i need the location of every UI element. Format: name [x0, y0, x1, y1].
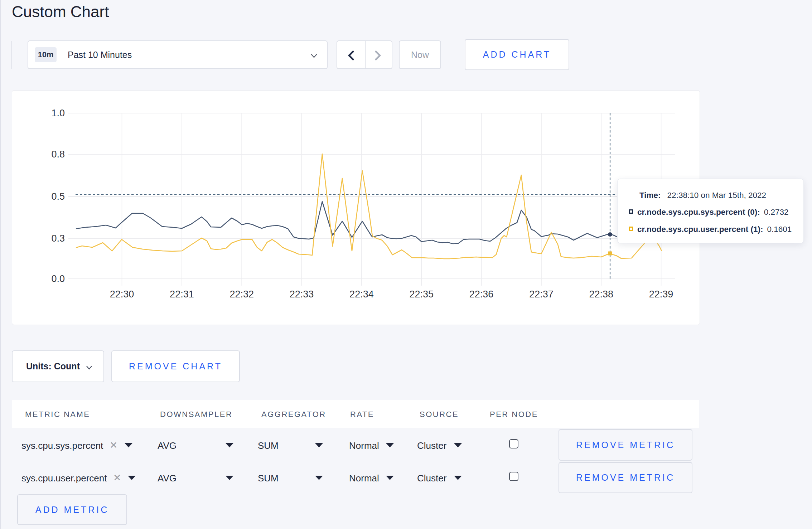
svg-text:22:36: 22:36 — [469, 289, 494, 300]
svg-text:22:37: 22:37 — [529, 289, 554, 300]
svg-text:0.5: 0.5 — [51, 191, 65, 202]
svg-text:22:32: 22:32 — [229, 289, 254, 300]
svg-text:22:33: 22:33 — [290, 289, 314, 300]
svg-text:22:31: 22:31 — [170, 289, 194, 300]
svg-text:0.0: 0.0 — [51, 273, 65, 284]
svg-text:0.8: 0.8 — [51, 149, 65, 160]
svg-text:1.0: 1.0 — [51, 108, 65, 118]
svg-text:22:38: 22:38 — [589, 289, 614, 300]
svg-text:22:34: 22:34 — [349, 289, 374, 300]
svg-text:22:39: 22:39 — [649, 289, 673, 300]
svg-text:22:30: 22:30 — [110, 289, 134, 300]
svg-text:22:35: 22:35 — [409, 289, 434, 300]
svg-text:0.3: 0.3 — [51, 233, 65, 244]
